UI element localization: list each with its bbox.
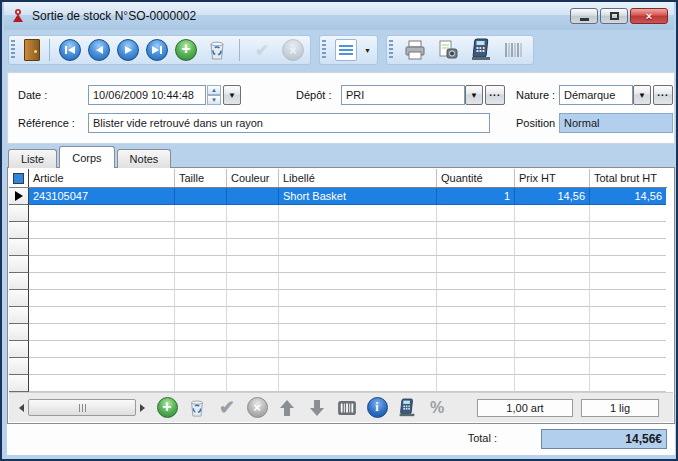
close-button[interactable]: × [630, 8, 668, 24]
date-spinner[interactable]: ▲ ▼ [207, 85, 221, 105]
nature-combobox[interactable]: Démarque [559, 85, 633, 105]
cell-libelle[interactable]: Short Basket [278, 188, 436, 205]
cancel-button[interactable]: × [282, 39, 304, 61]
spinner-up-icon[interactable]: ▲ [207, 85, 221, 95]
cancel-line-button[interactable]: × [245, 396, 269, 420]
horizontal-scrollbar[interactable] [15, 399, 149, 417]
validate-line-button[interactable]: ✔ [215, 396, 239, 420]
barcode-button[interactable] [501, 38, 527, 62]
discount-percent-button[interactable]: % [425, 396, 449, 420]
app-icon [10, 8, 26, 24]
depot-dropdown-button[interactable]: ▼ [465, 85, 483, 105]
validate-button[interactable]: ✔ [249, 38, 275, 62]
reference-label: Référence : [18, 117, 75, 129]
form-view-button[interactable] [335, 39, 357, 61]
scroll-left-button[interactable] [15, 399, 28, 416]
calculator-terminal-button[interactable] [468, 38, 494, 62]
empty-table-row[interactable] [9, 256, 667, 273]
window-title: Sortie de stock N°SO-0000002 [32, 9, 196, 23]
move-up-button[interactable] [275, 396, 299, 420]
move-down-button[interactable] [305, 396, 329, 420]
next-record-button[interactable] [117, 39, 139, 61]
exit-door-button[interactable] [24, 39, 40, 61]
cell-total-brut-ht[interactable]: 14,56 [589, 188, 666, 205]
column-header-article[interactable]: Article [29, 169, 174, 187]
delete-line-button[interactable] [185, 396, 209, 420]
select-all-icon [13, 173, 24, 184]
cell-quantite[interactable]: 1 [436, 188, 514, 205]
scroll-right-button[interactable] [136, 399, 149, 416]
arrow-down-icon [310, 400, 324, 416]
toolbar-grip[interactable] [11, 40, 15, 60]
chevron-down-icon[interactable]: ▼ [364, 47, 371, 54]
empty-table-row[interactable] [9, 222, 667, 239]
payment-terminal-icon [398, 397, 416, 419]
articles-count-box: 1,00 art [477, 399, 573, 417]
empty-table-row[interactable] [9, 290, 667, 307]
column-header-libelle[interactable]: Libellé [278, 169, 436, 187]
spinner-down-icon[interactable]: ▼ [207, 95, 221, 105]
empty-table-row[interactable] [9, 341, 667, 358]
titlebar[interactable]: Sortie de stock N°SO-0000002 × [4, 2, 674, 30]
main-toolbar: + ✔ × ▼ [6, 32, 672, 68]
table-row[interactable]: 243105047 Short Basket 1 14,56 14,56 [9, 188, 667, 205]
empty-table-row[interactable] [9, 273, 667, 290]
toolbar-group-records: + ✔ × [8, 35, 311, 65]
add-record-button[interactable]: + [175, 39, 197, 61]
first-record-icon [65, 46, 67, 54]
delete-record-button[interactable] [204, 38, 230, 62]
toolbar-grip[interactable] [389, 40, 393, 60]
toolbar-grip[interactable] [322, 40, 326, 60]
print-button[interactable] [402, 38, 428, 62]
column-header-couleur[interactable]: Couleur [226, 169, 278, 187]
empty-table-row[interactable] [9, 358, 667, 375]
column-header-quantite[interactable]: Quantité [436, 169, 514, 187]
info-button[interactable]: i [365, 396, 389, 420]
column-header-prix-ht[interactable]: Prix HT [514, 169, 589, 187]
minimize-button[interactable] [570, 8, 598, 24]
cell-article[interactable]: 243105047 [29, 188, 174, 205]
preview-button[interactable] [435, 38, 461, 62]
depot-browse-button[interactable]: ... [485, 85, 505, 105]
plus-icon: + [181, 41, 190, 57]
column-header-taille[interactable]: Taille [174, 169, 226, 187]
nature-dropdown-button[interactable]: ▼ [633, 85, 651, 105]
empty-table-row[interactable] [9, 239, 667, 256]
last-record-button[interactable] [146, 39, 168, 61]
maximize-button[interactable] [600, 8, 628, 24]
scrollbar-thumb[interactable] [28, 399, 136, 416]
first-record-button[interactable] [59, 39, 81, 61]
empty-table-row[interactable] [9, 324, 667, 341]
date-dropdown-button[interactable]: ▼ [223, 85, 241, 105]
date-input[interactable]: 10/06/2009 10:44:48 [88, 85, 206, 105]
nature-label: Nature : [516, 89, 555, 101]
reference-input[interactable]: Blister vide retrouvé dans un rayon [88, 113, 490, 133]
nature-browse-button[interactable]: ... [653, 85, 673, 105]
previous-record-button[interactable] [88, 39, 110, 61]
grid-header-row: Article Taille Couleur Libellé Quantité … [9, 169, 667, 188]
barcode-icon [503, 41, 525, 59]
tab-notes[interactable]: Notes [117, 149, 172, 168]
select-all-cell[interactable] [9, 169, 29, 187]
cell-prix-ht[interactable]: 14,56 [514, 188, 589, 205]
empty-table-row[interactable] [9, 307, 667, 324]
application-window: Sortie de stock N°SO-0000002 × + [0, 0, 678, 461]
depot-combobox[interactable]: PRI [341, 85, 465, 105]
date-label: Date : [18, 89, 47, 101]
barcode-scan-button[interactable] [335, 396, 359, 420]
calculator-button[interactable] [395, 396, 419, 420]
empty-table-row[interactable] [9, 205, 667, 222]
cell-taille[interactable] [174, 188, 226, 205]
chevron-down-icon: ▼ [228, 91, 236, 100]
toolbar-separator [239, 39, 240, 61]
empty-table-row[interactable] [9, 375, 667, 392]
add-line-button[interactable]: + [155, 396, 179, 420]
cell-couleur[interactable] [226, 188, 278, 205]
barcode-icon [336, 400, 358, 416]
toolbar-group-view: ▼ [319, 35, 378, 65]
check-icon: ✔ [255, 42, 269, 59]
tab-corps[interactable]: Corps [59, 146, 114, 168]
tab-liste[interactable]: Liste [8, 149, 57, 168]
column-header-total-brut-ht[interactable]: Total brut HT [589, 169, 666, 187]
lines-count-box: 1 lig [581, 399, 659, 417]
